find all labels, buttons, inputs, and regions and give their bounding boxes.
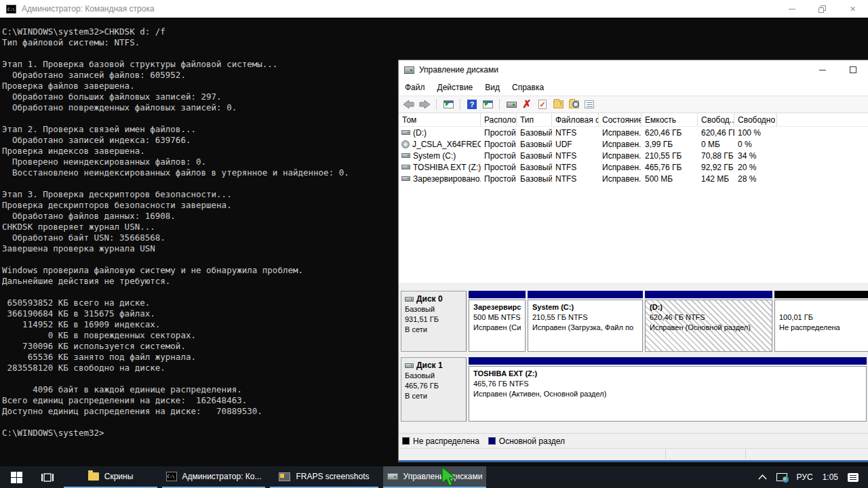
dm-maximize-button[interactable] [837, 60, 868, 79]
check-document-icon[interactable]: ✓ [536, 98, 549, 110]
taskbar-button-cmd[interactable]: C:\ Администратор: Ко... [162, 466, 265, 488]
column-header-volume[interactable]: Том [399, 113, 481, 126]
folder-up-icon[interactable] [552, 98, 564, 110]
volume-free-pct: 0 % [734, 140, 777, 149]
partition-toshiba-z[interactable]: TOSHIBA EXT (Z:) 465,76 ГБ NTFS Исправен… [469, 357, 867, 422]
folder-search-icon[interactable] [568, 98, 580, 110]
legend-bar: Не распределена Основной раздел [399, 433, 868, 448]
back-arrow-icon[interactable] [403, 98, 415, 110]
properties-list-icon[interactable] [583, 98, 595, 110]
volume-row-toshiba-z[interactable]: TOSHIBA EXT (Z:) Простой Базовый NTFS Ис… [399, 161, 868, 173]
volume-type: Базовый [517, 128, 552, 138]
volume-name: Зарезервировано... [413, 174, 481, 184]
volume-status: Исправен... [599, 140, 642, 149]
volume-fs: UDF [552, 140, 599, 149]
disk-icon [405, 297, 414, 302]
toolbar-separator [436, 99, 437, 110]
system-tray: РУС 1:05 [758, 466, 868, 488]
volume-layout: Простой [481, 128, 517, 138]
legend-label: Не распределена [413, 436, 479, 446]
volume-capacity: 210,55 ГБ [642, 151, 698, 161]
column-header-capacity[interactable]: Емкость [642, 113, 698, 126]
volume-row-reserved[interactable]: Зарезервировано... Простой Базовый NTFS … [399, 173, 868, 184]
cmd-close-button[interactable]: × [837, 0, 868, 18]
partition-color-bar [469, 291, 526, 298]
volume-capacity: 3,99 ГБ [642, 140, 698, 149]
maximize-icon [850, 66, 856, 73]
volume-status: Исправен... [599, 151, 642, 161]
column-header-free[interactable]: Свобод... [698, 113, 734, 126]
console-tree-icon[interactable] [442, 98, 454, 110]
partition-system-c[interactable]: System (C:) 210,55 ГБ NTFS Исправен (Заг… [528, 291, 643, 352]
cmd-icon: C:\ [6, 5, 16, 14]
partition-color-bar [645, 291, 772, 298]
menu-action[interactable]: Действие [431, 83, 479, 92]
volume-name: System (C:) [413, 151, 456, 161]
dm-minimize-button[interactable] [807, 60, 837, 79]
cmd-icon: C:\ [166, 472, 177, 481]
partition-size: 100,01 ГБ [779, 312, 867, 323]
cmd-window-title: Администратор: Командная строка [22, 4, 155, 14]
task-view-button[interactable] [33, 466, 62, 488]
column-header-status[interactable]: Состояние [599, 113, 642, 126]
menu-file[interactable]: Файл [399, 83, 431, 92]
notification-center-icon[interactable] [848, 473, 859, 482]
volume-list-header: Том Располо... Тип Файловая с... Состоян… [399, 113, 868, 127]
taskbar-button-label: Скрины [104, 472, 134, 481]
taskbar-button-screens-folder[interactable]: Скрины [64, 466, 157, 488]
help-icon[interactable]: ? [466, 98, 478, 110]
delete-icon[interactable]: ✗ [521, 98, 533, 110]
fraps-icon [279, 472, 290, 481]
partition-status: Не распределена [779, 323, 867, 333]
minimize-icon [789, 9, 795, 9]
volume-list: Том Располо... Тип Файловая с... Состоян… [399, 113, 868, 283]
column-header-type[interactable]: Тип [517, 113, 552, 126]
language-indicator[interactable]: РУС [797, 472, 813, 482]
restore-icon [818, 5, 826, 13]
start-button[interactable] [0, 466, 33, 488]
volume-row-d[interactable]: (D:) Простой Базовый NTFS Исправен... 62… [399, 127, 868, 138]
volume-icon [401, 130, 410, 135]
partition-reserved[interactable]: Зарезервирс 500 МБ NTFS Исправен (Си [469, 291, 526, 352]
legend-swatch-primary [488, 437, 496, 445]
taskbar-button-disk-management[interactable]: Управление дисками [383, 466, 486, 488]
partition-color-bar [774, 291, 868, 298]
disk-0-info[interactable]: Диск 0 Базовый 931,51 ГБ В сети [401, 291, 467, 352]
menu-help[interactable]: Справка [506, 83, 550, 92]
drive-tool-icon[interactable] [505, 98, 517, 110]
taskbar-button-fraps[interactable]: FRAPS screenshots [270, 466, 378, 488]
disk-1-info[interactable]: Диск 1 Базовый 465,76 ГБ В сети [401, 357, 467, 422]
volume-status: Исправен... [599, 174, 642, 184]
partition-color-bar [528, 291, 643, 298]
cmd-minimize-button[interactable] [776, 0, 807, 18]
clock[interactable]: 1:05 [823, 472, 838, 482]
volume-icon [401, 176, 410, 181]
legend-swatch-unallocated [402, 437, 410, 445]
dm-titlebar[interactable]: Управление дисками × [399, 60, 868, 79]
volume-row-system-c[interactable]: System (C:) Простой Базовый NTFS Исправе… [399, 150, 868, 161]
column-header-filesystem[interactable]: Файловая с... [552, 113, 599, 126]
column-header-free-pct[interactable]: Свободно % [734, 113, 777, 126]
volume-free: 142 МБ [698, 174, 734, 184]
network-icon[interactable] [776, 473, 787, 481]
volume-free: 70,88 ГБ [698, 151, 734, 161]
tray-chevron-up-icon[interactable] [758, 474, 767, 480]
cmd-restore-button[interactable] [807, 0, 837, 18]
mouse-cursor [441, 467, 458, 487]
volume-name: J_CSLA_X64FREO_... [412, 140, 481, 149]
volume-row-udf[interactable]: J_CSLA_X64FREO_... Простой Базовый UDF И… [399, 138, 868, 150]
partition-d-selected[interactable]: (D:) 620,46 ГБ NTFS Исправен (Основной р… [645, 291, 772, 352]
partition-label: (D:) [650, 302, 770, 312]
partition-label [779, 302, 867, 312]
disk-size: 465,76 ГБ [405, 381, 462, 391]
column-header-layout[interactable]: Располо... [481, 113, 517, 126]
menu-view[interactable]: Вид [479, 83, 506, 92]
forward-arrow-icon[interactable] [418, 98, 431, 110]
disk-1-row: Диск 1 Базовый 465,76 ГБ В сети TOSHIBA … [401, 357, 868, 422]
volume-icon [401, 165, 410, 169]
toolbar-separator [499, 99, 500, 110]
action-pane-icon[interactable] [481, 98, 494, 110]
disk-name: Диск 1 [416, 361, 443, 371]
cmd-titlebar[interactable]: C:\ Администратор: Командная строка × [0, 0, 868, 18]
partition-unallocated[interactable]: 100,01 ГБ Не распределена [774, 291, 868, 352]
